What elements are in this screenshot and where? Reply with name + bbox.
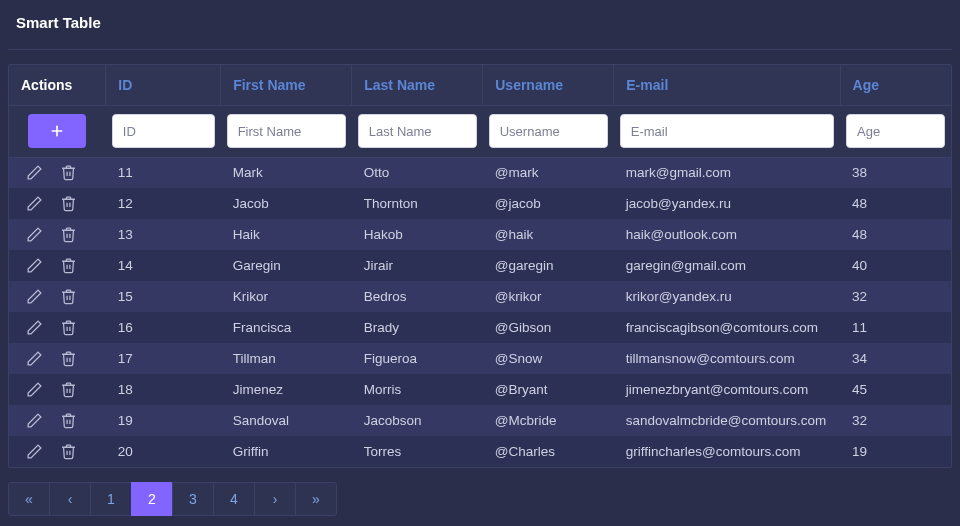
filter-username[interactable]	[489, 114, 608, 148]
cell-first-name: Francisca	[221, 312, 352, 343]
add-button[interactable]	[28, 114, 86, 148]
cell-age: 32	[840, 405, 951, 436]
cell-username: @Gibson	[483, 312, 614, 343]
delete-button[interactable]	[59, 350, 77, 368]
delete-button[interactable]	[59, 319, 77, 337]
cell-id: 16	[106, 312, 221, 343]
page-last[interactable]: »	[295, 482, 337, 516]
cell-username: @garegin	[483, 250, 614, 281]
col-email[interactable]: E-mail	[614, 65, 840, 105]
edit-button[interactable]	[25, 226, 43, 244]
cell-last-name: Brady	[352, 312, 483, 343]
cell-last-name: Torres	[352, 436, 483, 467]
filter-last-name[interactable]	[358, 114, 477, 148]
delete-button[interactable]	[59, 381, 77, 399]
cell-username: @Charles	[483, 436, 614, 467]
col-username[interactable]: Username	[483, 65, 614, 105]
cell-age: 48	[840, 219, 951, 250]
table-row: 11MarkOtto@markmark@gmail.com38	[9, 157, 951, 188]
cell-id: 15	[106, 281, 221, 312]
cell-last-name: Hakob	[352, 219, 483, 250]
trash-icon	[60, 257, 77, 274]
cell-username: @Bryant	[483, 374, 614, 405]
trash-icon	[60, 164, 77, 181]
table-container: Actions ID First Name Last Name Username…	[8, 64, 952, 468]
cell-first-name: Krikor	[221, 281, 352, 312]
cell-age: 40	[840, 250, 951, 281]
trash-icon	[60, 195, 77, 212]
cell-last-name: Figueroa	[352, 343, 483, 374]
table-row: 15KrikorBedros@krikorkrikor@yandex.ru32	[9, 281, 951, 312]
cell-id: 12	[106, 188, 221, 219]
pencil-icon	[26, 381, 43, 398]
page-3[interactable]: 3	[172, 482, 214, 516]
edit-button[interactable]	[25, 164, 43, 182]
cell-email: griffincharles@comtours.com	[614, 436, 840, 467]
col-last-name[interactable]: Last Name	[352, 65, 483, 105]
edit-button[interactable]	[25, 319, 43, 337]
pagination: «‹1234›»	[8, 482, 952, 516]
table-row: 18JimenezMorris@Bryantjimenezbryant@comt…	[9, 374, 951, 405]
table-row: 14GareginJirair@garegingaregin@gmail.com…	[9, 250, 951, 281]
cell-age: 48	[840, 188, 951, 219]
delete-button[interactable]	[59, 226, 77, 244]
cell-first-name: Garegin	[221, 250, 352, 281]
cell-username: @Snow	[483, 343, 614, 374]
cell-age: 38	[840, 157, 951, 188]
filter-age[interactable]	[846, 114, 945, 148]
pencil-icon	[26, 350, 43, 367]
page-1[interactable]: 1	[90, 482, 132, 516]
cell-id: 20	[106, 436, 221, 467]
col-age[interactable]: Age	[840, 65, 951, 105]
page-2[interactable]: 2	[131, 482, 173, 516]
delete-button[interactable]	[59, 195, 77, 213]
page-prev[interactable]: ‹	[49, 482, 91, 516]
filter-email[interactable]	[620, 114, 834, 148]
cell-last-name: Bedros	[352, 281, 483, 312]
edit-button[interactable]	[25, 195, 43, 213]
page-next[interactable]: ›	[254, 482, 296, 516]
edit-button[interactable]	[25, 288, 43, 306]
edit-button[interactable]	[25, 350, 43, 368]
cell-age: 11	[840, 312, 951, 343]
edit-button[interactable]	[25, 257, 43, 275]
delete-button[interactable]	[59, 412, 77, 430]
delete-button[interactable]	[59, 164, 77, 182]
cell-last-name: Thornton	[352, 188, 483, 219]
cell-email: jacob@yandex.ru	[614, 188, 840, 219]
cell-first-name: Mark	[221, 157, 352, 188]
delete-button[interactable]	[59, 288, 77, 306]
trash-icon	[60, 226, 77, 243]
delete-button[interactable]	[59, 443, 77, 461]
cell-age: 32	[840, 281, 951, 312]
trash-icon	[60, 381, 77, 398]
cell-last-name: Morris	[352, 374, 483, 405]
trash-icon	[60, 412, 77, 429]
col-id[interactable]: ID	[106, 65, 221, 105]
delete-button[interactable]	[59, 257, 77, 275]
page-4[interactable]: 4	[213, 482, 255, 516]
col-first-name[interactable]: First Name	[221, 65, 352, 105]
pencil-icon	[26, 257, 43, 274]
edit-button[interactable]	[25, 381, 43, 399]
edit-button[interactable]	[25, 412, 43, 430]
pencil-icon	[26, 226, 43, 243]
filter-first-name[interactable]	[227, 114, 346, 148]
table-row: 13HaikHakob@haikhaik@outlook.com48	[9, 219, 951, 250]
cell-username: @haik	[483, 219, 614, 250]
cell-age: 19	[840, 436, 951, 467]
card-title: Smart Table	[8, 0, 952, 50]
pencil-icon	[26, 195, 43, 212]
cell-email: jimenezbryant@comtours.com	[614, 374, 840, 405]
cell-username: @jacob	[483, 188, 614, 219]
cell-email: haik@outlook.com	[614, 219, 840, 250]
cell-email: sandovalmcbride@comtours.com	[614, 405, 840, 436]
cell-first-name: Jacob	[221, 188, 352, 219]
edit-button[interactable]	[25, 443, 43, 461]
cell-email: mark@gmail.com	[614, 157, 840, 188]
trash-icon	[60, 443, 77, 460]
cell-first-name: Sandoval	[221, 405, 352, 436]
cell-email: tillmansnow@comtours.com	[614, 343, 840, 374]
filter-id[interactable]	[112, 114, 215, 148]
page-first[interactable]: «	[8, 482, 50, 516]
